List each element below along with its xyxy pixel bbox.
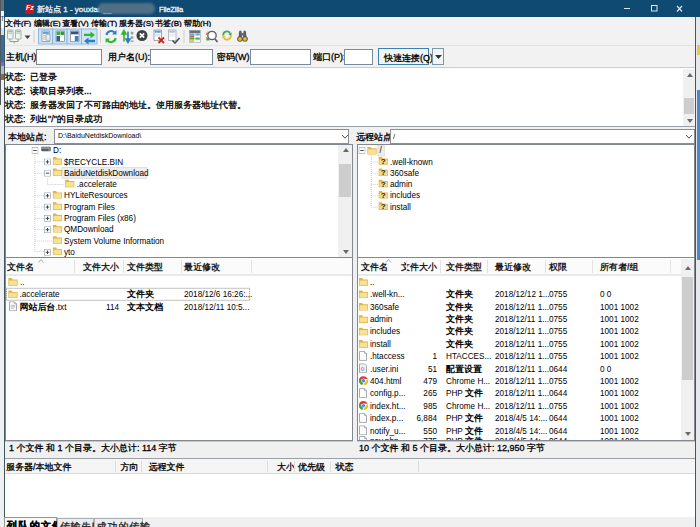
svg-text:1001 1002: 1001 1002 xyxy=(600,340,639,349)
svg-text:Chrome H...: Chrome H... xyxy=(446,377,490,386)
svg-text:360safe: 360safe xyxy=(390,168,420,177)
svg-text:0644: 0644 xyxy=(549,427,568,436)
svg-text:配置设置: 配置设置 xyxy=(445,364,482,374)
svg-text:install: install xyxy=(390,202,411,211)
svg-text:0 0: 0 0 xyxy=(600,365,612,374)
svg-text:2018/12/11 1...: 2018/12/11 1... xyxy=(495,389,549,398)
svg-text:文件夹: 文件夹 xyxy=(445,302,474,312)
svg-text:.accelerate: .accelerate xyxy=(77,180,117,189)
svg-text:6,884: 6,884 xyxy=(417,414,438,423)
svg-text:config.p...: config.p... xyxy=(370,389,406,398)
svg-text:文本文档: 文本文档 xyxy=(126,302,163,312)
svg-text:install: install xyxy=(370,340,391,349)
svg-text:..: .. xyxy=(20,278,25,287)
svg-text:0644: 0644 xyxy=(549,414,568,423)
svg-text:2018/12/11 1...: 2018/12/11 1... xyxy=(495,340,549,349)
svg-text:0755: 0755 xyxy=(549,315,568,324)
svg-text:2018/12/11 1...: 2018/12/11 1... xyxy=(495,303,549,312)
svg-text:2018/12/11 1...: 2018/12/11 1... xyxy=(495,377,549,386)
svg-text:.htaccess: .htaccess xyxy=(370,352,405,361)
svg-text:2018/12/12 1...: 2018/12/12 1... xyxy=(495,290,550,299)
svg-text:最近修改: 最近修改 xyxy=(183,262,221,272)
svg-text:pay.php: pay.php xyxy=(370,437,399,441)
svg-text:1001 1002: 1001 1002 xyxy=(600,377,639,386)
svg-text:PHP 文件: PHP 文件 xyxy=(446,388,483,398)
svg-text:文件类型: 文件类型 xyxy=(445,262,482,272)
svg-text:479: 479 xyxy=(423,377,437,386)
svg-text:index.ht...: index.ht... xyxy=(370,402,406,411)
svg-text:0755: 0755 xyxy=(549,327,568,336)
svg-text:文件夹: 文件夹 xyxy=(445,326,474,336)
svg-text:2018/4/5 14:...: 2018/4/5 14:... xyxy=(495,427,547,436)
svg-text:2018/12/6 16:26:...: 2018/12/6 16:26:... xyxy=(184,290,252,299)
svg-text:index.p...: index.p... xyxy=(370,414,403,423)
svg-text:0755: 0755 xyxy=(549,352,568,361)
svg-text:2018/12/11 10:5...: 2018/12/11 10:5... xyxy=(184,303,249,312)
svg-text:$RECYCLE.BIN: $RECYCLE.BIN xyxy=(64,157,123,166)
svg-text:文件夹: 文件夹 xyxy=(445,289,474,299)
svg-text:2018/12/11 1...: 2018/12/11 1... xyxy=(495,352,549,361)
svg-text:51: 51 xyxy=(428,365,438,374)
svg-text:.user.ini: .user.ini xyxy=(370,365,398,374)
svg-text:文件夹: 文件夹 xyxy=(445,314,474,324)
svg-text:HYLiteResources: HYLiteResources xyxy=(64,191,128,200)
svg-text:admin: admin xyxy=(370,315,393,324)
svg-text:.accelerate: .accelerate xyxy=(20,290,60,299)
svg-text:1: 1 xyxy=(432,352,437,361)
svg-text:0755: 0755 xyxy=(549,340,568,349)
svg-text:文件夹: 文件夹 xyxy=(126,289,155,299)
svg-text:文件大小: 文件大小 xyxy=(400,262,438,272)
svg-text:权限: 权限 xyxy=(548,262,568,272)
svg-text:.well-known: .well-known xyxy=(390,157,433,166)
svg-text:QMDownload: QMDownload xyxy=(64,225,114,234)
svg-text:550: 550 xyxy=(423,427,437,436)
svg-text:1001 1002: 1001 1002 xyxy=(600,437,639,441)
svg-text:PHP 文件: PHP 文件 xyxy=(446,436,483,441)
svg-text:2018/12/11 1...: 2018/12/11 1... xyxy=(495,315,549,324)
svg-text:2018/12/11 1...: 2018/12/11 1... xyxy=(495,402,549,411)
svg-text:Program Files: Program Files xyxy=(64,202,115,211)
svg-text:文件夹: 文件夹 xyxy=(445,339,474,349)
svg-text:includes: includes xyxy=(370,327,400,336)
svg-text:yto: yto xyxy=(64,247,75,256)
svg-text:System Volume Information: System Volume Information xyxy=(64,236,165,245)
svg-text:2018/12/11 1...: 2018/12/11 1... xyxy=(495,327,549,336)
svg-text:985: 985 xyxy=(423,402,437,411)
svg-text:notify_u...: notify_u... xyxy=(370,427,406,436)
svg-text:0644: 0644 xyxy=(549,365,568,374)
svg-text:1001 1002: 1001 1002 xyxy=(600,389,639,398)
svg-text:2018/4/5 14:...: 2018/4/5 14:... xyxy=(495,414,547,423)
svg-text:Chrome H...: Chrome H... xyxy=(446,402,490,411)
svg-text:404.html: 404.html xyxy=(370,377,402,386)
svg-text:文件名: 文件名 xyxy=(6,262,34,272)
svg-text:0644: 0644 xyxy=(549,437,568,441)
svg-text:includes: includes xyxy=(390,191,420,200)
svg-text:.well-kn...: .well-kn... xyxy=(370,290,405,299)
svg-text:1001 1002: 1001 1002 xyxy=(600,414,639,423)
svg-text:775: 775 xyxy=(423,437,437,441)
svg-text:D:: D: xyxy=(53,146,61,155)
svg-text:2018/12/11 1...: 2018/12/11 1... xyxy=(495,365,549,374)
svg-text:文件名: 文件名 xyxy=(360,262,388,272)
svg-text:0755: 0755 xyxy=(549,303,568,312)
svg-text:0755: 0755 xyxy=(549,377,568,386)
svg-text:PHP 文件: PHP 文件 xyxy=(446,413,483,423)
svg-text:PHP 文件: PHP 文件 xyxy=(446,426,483,436)
svg-text:1001 1002: 1001 1002 xyxy=(600,402,639,411)
svg-text:..: .. xyxy=(370,278,375,287)
svg-text:0644: 0644 xyxy=(549,389,568,398)
svg-text:1001 1002: 1001 1002 xyxy=(600,327,639,336)
svg-text:265: 265 xyxy=(423,389,437,398)
svg-text:1001 1002: 1001 1002 xyxy=(600,427,639,436)
svg-text:网站后台.txt: 网站后台.txt xyxy=(20,302,68,312)
svg-text:所有者/组: 所有者/组 xyxy=(599,262,639,272)
svg-text:360safe: 360safe xyxy=(370,303,400,312)
svg-text:0755: 0755 xyxy=(549,290,568,299)
svg-text:114: 114 xyxy=(106,303,119,312)
svg-text:HTACCES...: HTACCES... xyxy=(446,352,491,361)
svg-text:文件大小: 文件大小 xyxy=(82,262,120,272)
svg-text:1001 1002: 1001 1002 xyxy=(600,315,639,324)
svg-text:0 0: 0 0 xyxy=(600,290,612,299)
svg-text:最近修改: 最近修改 xyxy=(494,262,532,272)
svg-text:0755: 0755 xyxy=(549,402,568,411)
